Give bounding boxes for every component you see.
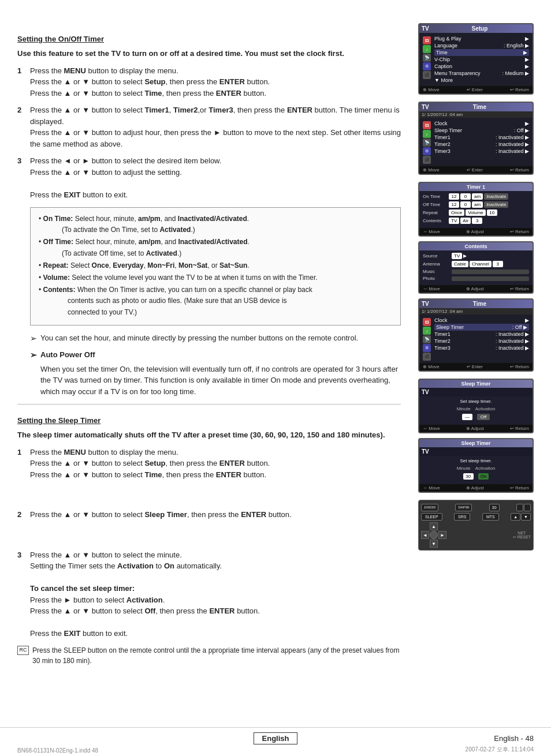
sleep1-headers: Minute Activation: [423, 406, 529, 411]
sleep2-nav: ↔ Move ⊕ Adjust ↩ Return: [419, 484, 533, 492]
time2-content: 🖼 ♪ 📡 ⚙ ⬛ Clock ▶: [423, 317, 529, 361]
setup-body: 🖼 ♪ 📡 ⚙ ⬛ Plug & Play ▶: [419, 33, 533, 86]
on-off-timer-intro: Use this feature to set the TV to turn o…: [17, 48, 401, 59]
language-item: Language : English ▶: [434, 43, 529, 48]
t2-timer3-value: : Inactivated ▶: [496, 345, 529, 351]
time-arrow: ▶: [523, 50, 527, 55]
on-off-timer-title: Setting the On/Off Timer: [17, 35, 401, 43]
info-contents: • Contents: When the On Timer is active,…: [39, 285, 392, 318]
antenna-controls: Cable Channel 3: [452, 261, 503, 267]
sleep1-minute-value: —: [462, 414, 472, 420]
contents-label: Contents: [423, 218, 449, 223]
language-label: Language: [434, 43, 457, 48]
time2-nav-enter: ↵ Enter: [467, 364, 483, 369]
time2-nav-move: ⊕ Move: [423, 364, 440, 369]
sleep-step-num-1: 1: [17, 447, 30, 481]
auto-power-off-text: When you set the timer On, the televisio…: [40, 364, 401, 398]
sleep2-activation-value: On: [478, 473, 489, 480]
contents-photo-row: Photo: [423, 276, 529, 281]
time1-nav: ⊕ Move ↵ Enter ↩ Return: [419, 166, 533, 174]
dpad-right[interactable]: ►: [438, 531, 446, 539]
sleep2-nav-return: ↩ Return: [510, 485, 529, 491]
remote-dpad: ▲ ◄ ► ▼: [421, 522, 446, 548]
setup-main: Plug & Play ▶ Language : English ▶: [434, 35, 529, 84]
sleep-step-content-2: Press the ▲ or ▼ button to select Sleep …: [30, 509, 292, 521]
t2-clock-item: Clock ▶: [434, 317, 529, 323]
t2-sound-icon: ♪: [423, 327, 431, 335]
setup-content: 🖼 ♪ 📡 ⚙ ⬛ Plug & Play ▶: [423, 35, 529, 84]
sleep-screen-2: Sleep Timer TV Set sleep timer. Minute A…: [418, 438, 534, 493]
clock-arrow: ▶: [525, 121, 529, 126]
time-screen-1: TV Time 1/ 1/2007/12 :04 am 🖼 ♪ 📡 ⚙ ⬛: [418, 102, 534, 175]
timer2-label: Timer2: [434, 141, 451, 147]
dpad-left[interactable]: ◄: [421, 531, 429, 539]
time1-nav-return: ↩ Return: [510, 167, 529, 173]
sleep1-minute-header: Minute: [457, 406, 471, 411]
contents-controls: TV Air 3: [449, 218, 482, 224]
plug-play-item: Plug & Play ▶: [434, 36, 529, 42]
time-item: Time ▶: [436, 50, 527, 55]
volume-value: 10: [487, 209, 497, 216]
step-num-3: 3: [17, 155, 30, 200]
remote-btn-srs: SRS: [454, 513, 470, 521]
remote-up-btn: ▲: [511, 513, 520, 521]
timer1-nav-adjust: ⊕ Adjust: [466, 229, 484, 234]
timer1-screen: Timer 1 On Time 12 0 am Inactivate Off T…: [418, 182, 534, 237]
dpad-down[interactable]: ▼: [430, 540, 438, 548]
sleep-step-content-1: Press the MENU button to display the men…: [30, 447, 270, 481]
plug-play-arrow: ▶: [525, 36, 529, 42]
t1-setup-icon: ⚙: [423, 147, 431, 155]
t2-channel-icon: 📡: [423, 335, 431, 343]
time1-row-timer1: Timer1 : Inactivated ▶: [434, 134, 529, 141]
step-content-2: Press the ▲ or ▼ button to select Timer1…: [30, 104, 401, 149]
time1-row-clock: Clock ▶: [434, 120, 529, 127]
vchip-item: V-Chip ▶: [434, 57, 529, 62]
t2-timer1-value: : Inactivated ▶: [496, 331, 529, 337]
setup-row-transparency: Menu Transparency : Medium ▶: [434, 70, 529, 77]
remote-mid-row: SLEEP SRS MTS ▲ ▼: [421, 513, 531, 521]
arrow-sym-2: ➢: [30, 349, 40, 361]
setup-row-plugplay: Plug & Play ▶: [434, 35, 529, 42]
info-on-time: • On Time: Select hour, minute, am/pm, a…: [39, 214, 392, 235]
time1-row-timer2: Timer2 : Inactivated ▶: [434, 141, 529, 148]
contents-screen: Contents Source TV ▶ Antenna Cable Chann…: [418, 241, 534, 294]
time2-row-timer1: Timer1 : Inactivated ▶: [434, 331, 529, 338]
spacer-1: [17, 486, 401, 509]
repeat-value: Once: [449, 209, 464, 216]
antenna-cable: Cable: [452, 261, 468, 267]
t2-timer3-label: Timer3: [434, 345, 451, 351]
volume-label-box: Volume: [466, 209, 486, 216]
contents-air: Air: [460, 218, 471, 224]
time2-title-bar: TV Time: [419, 300, 533, 308]
repeat-controls: Once Volume 10: [449, 209, 497, 216]
spacer-2: [17, 526, 401, 549]
dpad-ok[interactable]: [430, 531, 438, 539]
setup-nav-return: ↩ Return: [510, 87, 529, 92]
sleep-screen-1: Sleep Timer TV Set sleep timer. Minute A…: [418, 379, 534, 433]
on-off-step-2: 2 Press the ▲ or ▼ button to select Time…: [17, 104, 401, 149]
sleep2-controls: 30 On: [423, 473, 529, 480]
timer1-value: : Inactivated ▶: [496, 134, 529, 140]
sleep2-activation-header: Activation: [475, 466, 496, 471]
remote-net-label: NET ↩ RESET: [513, 531, 531, 540]
time2-row-sleep: Sleep Timer : Off ▶: [434, 324, 529, 331]
timer3-value: : Inactivated ▶: [496, 148, 529, 154]
time1-sidebar: 🖼 ♪ 📡 ⚙ ⬛: [423, 120, 432, 164]
ontime-min: 0: [460, 193, 471, 200]
contents-nav-move: ↔ Move: [423, 286, 440, 291]
step-num-2: 2: [17, 104, 30, 149]
arrow-note-2-title: ➢ Auto Power Off: [30, 349, 401, 361]
dpad-up[interactable]: ▲: [430, 522, 438, 530]
sleep-label: Sleep Timer: [434, 128, 462, 133]
t2-sleep-value: : Off ▶: [512, 324, 527, 330]
setup-nav-enter: ↵ Enter: [467, 87, 483, 92]
offtime-hour: 12: [449, 201, 459, 208]
time1-date: 1/ 1/2007/12 :04 am: [419, 111, 533, 118]
info-off-time: • Off Time: Select hour, minute, am/pm, …: [39, 237, 392, 259]
input-icon: ⬛: [423, 71, 431, 79]
offtime-ampm: am: [472, 201, 483, 208]
time2-sidebar: 🖼 ♪ 📡 ⚙ ⬛: [423, 317, 432, 361]
source-value: TV: [452, 253, 462, 259]
contents-nav-return: ↩ Return: [510, 286, 529, 291]
offtime-controls: 12 0 am Inactivate: [449, 201, 508, 208]
